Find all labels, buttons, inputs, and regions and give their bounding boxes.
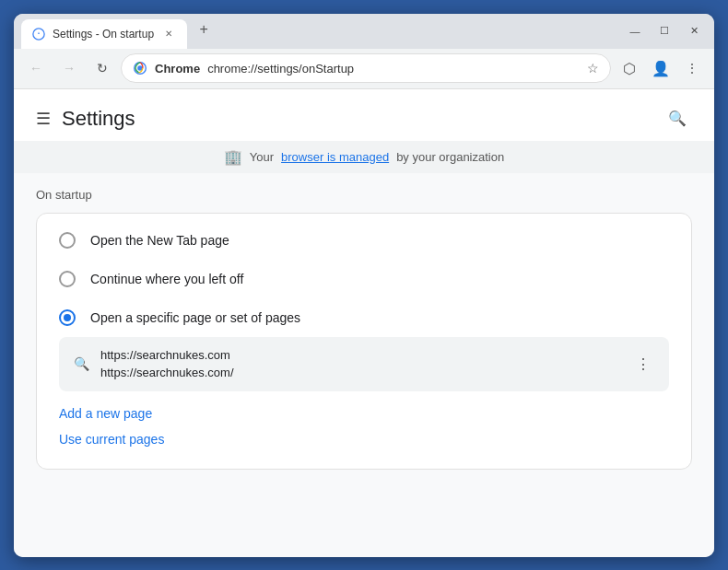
settings-search-button[interactable]: 🔍 (663, 104, 692, 134)
add-new-page-link[interactable]: Add a new page (59, 402, 669, 425)
extensions-button[interactable]: ⬡ (615, 53, 644, 83)
main-content: PC.com ☰ Settings 🔍 🏢 Your browser is ma… (14, 89, 714, 557)
radio-label-new-tab: Open the New Tab page (90, 233, 229, 248)
radio-option-specific[interactable]: Open a specific page or set of pages (37, 298, 691, 337)
tab-strip: Settings - On startup ✕ + (21, 14, 611, 49)
forward-button[interactable]: → (54, 53, 84, 83)
chrome-logo-icon (133, 61, 147, 76)
radio-option-continue[interactable]: Continue where you left off (37, 260, 691, 298)
settings-title-area: ☰ Settings (36, 107, 135, 131)
address-text: chrome://settings/onStartup (207, 62, 580, 76)
url-search-icon: 🔍 (74, 356, 89, 371)
radio-circle-specific (59, 309, 76, 326)
browser-managed-link[interactable]: browser is managed (281, 150, 389, 164)
toolbar-actions: ⬡ 👤 ⋮ (615, 53, 707, 83)
managed-text-before: Your (250, 150, 274, 164)
managed-banner-icon: 🏢 (224, 148, 242, 166)
url-line-1: https://searchnukes.com (100, 346, 621, 365)
settings-header: ☰ Settings 🔍 (14, 89, 714, 141)
startup-options-card: Open the New Tab page Continue where you… (36, 213, 692, 470)
radio-circle-continue (59, 271, 76, 287)
section-label: On startup (36, 188, 692, 202)
title-bar: Settings - On startup ✕ + — ☐ ✕ (14, 14, 714, 49)
settings-page-title: Settings (62, 107, 135, 131)
radio-option-new-tab[interactable]: Open the New Tab page (37, 221, 691, 260)
link-actions: Add a new page Use current pages (37, 391, 691, 461)
browser-window: Settings - On startup ✕ + — ☐ ✕ ← → ↻ (14, 14, 714, 557)
close-button[interactable]: ✕ (681, 18, 707, 44)
new-tab-button[interactable]: + (191, 17, 217, 42)
address-brand: Chrome (155, 62, 200, 76)
managed-banner: 🏢 Your browser is managed by your organi… (14, 141, 714, 173)
managed-text-after: by your organization (396, 150, 504, 164)
window-controls: — ☐ ✕ (622, 14, 707, 49)
toolbar: ← → ↻ Chrome chrome://settings/onStartup… (14, 49, 714, 89)
active-tab[interactable]: Settings - On startup ✕ (21, 19, 187, 49)
url-entry-section: 🔍 https://searchnukes.com https://search… (59, 337, 669, 391)
minimize-button[interactable]: — (622, 18, 648, 44)
tab-title: Settings - On startup (53, 28, 154, 41)
star-icon[interactable]: ☆ (587, 61, 599, 76)
url-line-2: https://searchnukes.com/ (100, 364, 621, 382)
hamburger-menu-button[interactable]: ☰ (36, 109, 51, 129)
radio-label-specific: Open a specific page or set of pages (90, 310, 300, 325)
settings-body: On startup Open the New Tab page Continu… (14, 173, 714, 557)
profile-button[interactable]: 👤 (646, 53, 675, 83)
tab-close-button[interactable]: ✕ (161, 27, 176, 41)
maximize-button[interactable]: ☐ (652, 18, 677, 44)
chrome-menu-button[interactable]: ⋮ (677, 53, 707, 83)
back-button[interactable]: ← (21, 53, 51, 83)
radio-circle-new-tab (59, 232, 76, 249)
address-bar[interactable]: Chrome chrome://settings/onStartup ☆ (121, 53, 611, 83)
tab-favicon (32, 28, 45, 41)
url-menu-button[interactable]: ⋮ (632, 353, 654, 375)
use-current-pages-link[interactable]: Use current pages (59, 428, 669, 450)
url-texts: https://searchnukes.com https://searchnu… (100, 346, 621, 382)
reload-button[interactable]: ↻ (88, 53, 117, 83)
radio-label-continue: Continue where you left off (90, 272, 243, 286)
